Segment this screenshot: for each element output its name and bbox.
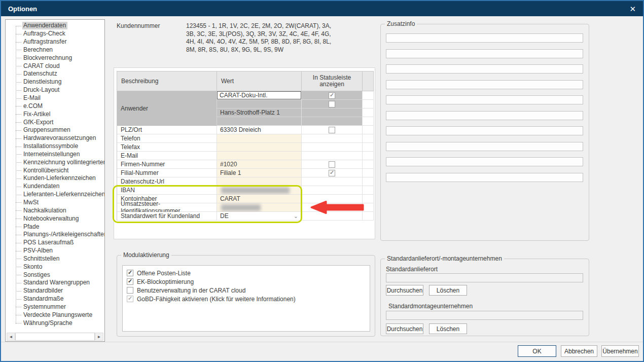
tree-item-anwenderdaten[interactable]: Anwenderdaten (6, 22, 104, 30)
tree-item-druck-layout[interactable]: Druck-Layout (6, 86, 104, 94)
tree-item-label: Auftrags-Check (22, 30, 67, 38)
tree-item-label: Kunden-Lieferkennzeichen (22, 174, 97, 182)
zusatzinfo-field-3[interactable] (386, 64, 583, 74)
row-value-anwender-3[interactable] (217, 117, 302, 126)
row-value-telefax[interactable] (217, 143, 302, 152)
tree-item-blockverrechnung[interactable]: Blockverrechnung (6, 54, 104, 62)
zusatzinfo-field-4[interactable] (386, 80, 583, 89)
row-value-iban[interactable] (217, 186, 302, 195)
row-value-datenschutz-url[interactable] (217, 177, 302, 186)
tree-hscrollbar[interactable]: ◄ ► (7, 333, 103, 341)
row-value-standardwert-f-r-kundenland[interactable]: DE⌄ (217, 212, 302, 221)
tree-item-nachkalkulation[interactable]: Nachkalkulation (6, 206, 104, 214)
checkbox-checked[interactable] (329, 170, 335, 176)
scroll-right-icon[interactable]: ► (95, 333, 103, 341)
tree-item-skonto[interactable]: Skonto (6, 263, 104, 271)
standardmontageunternehmen-clear-button[interactable]: Löschen (429, 323, 467, 334)
row-value-plz-ort[interactable]: 63303 Dreieich (217, 126, 302, 134)
tree-item-schnittstellen[interactable]: Schnittstellen (6, 255, 104, 263)
close-icon[interactable]: ✕ (629, 5, 636, 13)
tree-item-hardwarevoraussetzungen[interactable]: Hardwarevoraussetzungen (6, 134, 104, 142)
tree-item-fix-artikel[interactable]: Fix-Artikel (6, 110, 104, 118)
spacer-cell (363, 143, 374, 152)
tree-item-kunden-lieferkennzeichen[interactable]: Kunden-Lieferkennzeichen (6, 174, 104, 183)
tree-item-kennzeichnung-vollintegrierter-ger-te[interactable]: Kennzeichnung vollintegrierter Geräte (6, 158, 104, 166)
zusatzinfo-field-5[interactable] (386, 95, 583, 104)
row-value-anwender-2[interactable]: Hans-Strothoff-Platz 1 (217, 108, 302, 117)
tree-item-gfk-export[interactable]: GfK-Export (6, 118, 104, 126)
tree-item-psv-alben[interactable]: PSV-Alben (6, 247, 104, 255)
tree-item-auftragstransfer[interactable]: Auftragstransfer (6, 38, 104, 46)
row-value-anwender[interactable]: CARAT-Doku-Intl. (217, 91, 302, 100)
tree-item-planungs-artikeleigenschaften[interactable]: Planungs-/Artikeleigenschaften (6, 231, 104, 239)
tree-item-sonstiges[interactable]: Sonstiges (6, 271, 104, 279)
tree-item-pos-laseraufma[interactable]: POS Laseraufmaß (6, 239, 104, 247)
module-item-ek-blockoptimierung[interactable]: EK-Blockoptimierung (123, 277, 370, 286)
cancel-button[interactable]: Abbrechen (561, 345, 597, 357)
zusatzinfo-field-9[interactable] (386, 157, 583, 166)
standardmontageunternehmen-browse-button[interactable]: Durchsuchen (386, 323, 423, 334)
tree-item-kundendaten[interactable]: Kundendaten (6, 183, 104, 191)
tree-item-gruppensummen[interactable]: Gruppensummen (6, 126, 104, 134)
standardmontageunternehmen-field[interactable] (386, 311, 583, 320)
tree-item-dienstleistung[interactable]: Dienstleistung (6, 78, 104, 86)
row-value-telefon[interactable] (217, 134, 302, 143)
row-value-filial-nummer[interactable]: Filiale 1 (217, 169, 302, 177)
tree-item-standardma-e[interactable]: Standardmaße (6, 295, 104, 303)
checkbox-unchecked[interactable] (127, 287, 133, 294)
tree-item-installationssymbole[interactable]: Installationssymbole (6, 142, 104, 151)
zusatzinfo-field-10[interactable] (386, 173, 583, 182)
zusatzinfo-field-2[interactable] (386, 49, 583, 58)
module-item-benutzerverwaltung-in-der-carat-cloud[interactable]: Benutzerverwaltung in der CARAT cloud (123, 286, 370, 295)
module-item-offene-posten-liste[interactable]: Offene Posten-Liste (123, 269, 370, 277)
zusatzinfo-field-1[interactable] (386, 33, 583, 43)
tree-item-standardbilder[interactable]: Standardbilder (6, 287, 104, 295)
checkbox-unchecked[interactable] (329, 101, 335, 107)
tree-item-label: Installationssymbole (22, 142, 80, 150)
row-value-e-mail[interactable] (217, 152, 302, 160)
tree-item-w-hrung-sprache[interactable]: Währung/Sprache (6, 319, 104, 327)
zusatzinfo-field-8[interactable] (386, 142, 583, 151)
tree-item-notebookverwaltung[interactable]: Notebookverwaltung (6, 214, 104, 223)
kundenland-dropdown[interactable]: DE⌄ (220, 212, 301, 220)
zusatzinfo-field-6[interactable] (386, 111, 583, 120)
standardanlieferort-browse-button[interactable]: Durchsuchen (386, 285, 423, 296)
tree-item-interneteinstellungen[interactable]: Interneteinstellungen (6, 151, 104, 159)
tree-item-standard-warengruppen[interactable]: Standard Warengruppen (6, 279, 104, 287)
checkbox-unchecked[interactable] (329, 127, 335, 133)
tree-item-e-com[interactable]: e.COM (6, 102, 104, 110)
tree-item-lieferanten-lieferkennzeichen[interactable]: Lieferanten-Lieferkennzeichen (6, 191, 104, 199)
tree-item-kontroll-bersicht[interactable]: Kontrollübersicht (6, 166, 104, 174)
row-value-umsatzsteuer-identifikationsnummer[interactable] (217, 203, 302, 212)
tree-item-systemnummer[interactable]: Systemnummer (6, 303, 104, 311)
module-item-gobd-f-higkeit-aktivieren-klick-f-r-weitere-informationen[interactable]: GoBD-Fähigkeit aktivieren (Klick für wei… (123, 295, 370, 303)
anwender-name-input[interactable]: CARAT-Doku-Intl. (217, 91, 301, 99)
ok-button[interactable]: OK (518, 345, 556, 357)
row-label-datenschutz-url: Datenschutz-Url (117, 177, 217, 186)
row-value-anwender-1[interactable] (217, 100, 302, 108)
standardanlieferort-clear-button[interactable]: Löschen (429, 285, 467, 296)
tree-item-datenschutz[interactable]: Datenschutz (6, 70, 104, 78)
tree-item-pfade[interactable]: Pfade (6, 223, 104, 231)
tree-item-e-mail[interactable]: E-Mail (6, 94, 104, 102)
tree-item-label: Skonto (22, 263, 44, 271)
checkbox-checked[interactable] (127, 278, 133, 285)
checkbox-unchecked[interactable] (329, 161, 335, 168)
statusleiste-cell (302, 100, 363, 108)
checkbox-checked-disabled[interactable] (127, 296, 133, 302)
checkbox-checked[interactable] (329, 92, 335, 99)
tree-item-verdeckte-planungswerte[interactable]: Verdeckte Planungswerte (6, 311, 104, 319)
tree-item-mwst[interactable]: MwSt (6, 199, 104, 207)
tree-item-berechnen[interactable]: Berechnen (6, 46, 104, 54)
tree-item-carat-cloud[interactable]: CARAT cloud (6, 62, 104, 70)
tree-item-label: Nachkalkulation (22, 207, 68, 214)
tree-item-auftrags-check[interactable]: Auftrags-Check (6, 30, 104, 38)
scrollbar-thumb[interactable] (15, 333, 95, 341)
scroll-left-icon[interactable]: ◄ (7, 333, 15, 341)
standardanlieferort-field[interactable] (386, 273, 583, 282)
checkbox-checked[interactable] (127, 270, 133, 276)
zusatzinfo-field-7[interactable] (386, 126, 583, 135)
row-value-kontoinhaber[interactable]: CARAT (217, 195, 302, 203)
apply-button[interactable]: Übernehmen (601, 345, 639, 357)
row-value-firmen-nummer[interactable]: #1020 (217, 160, 302, 169)
